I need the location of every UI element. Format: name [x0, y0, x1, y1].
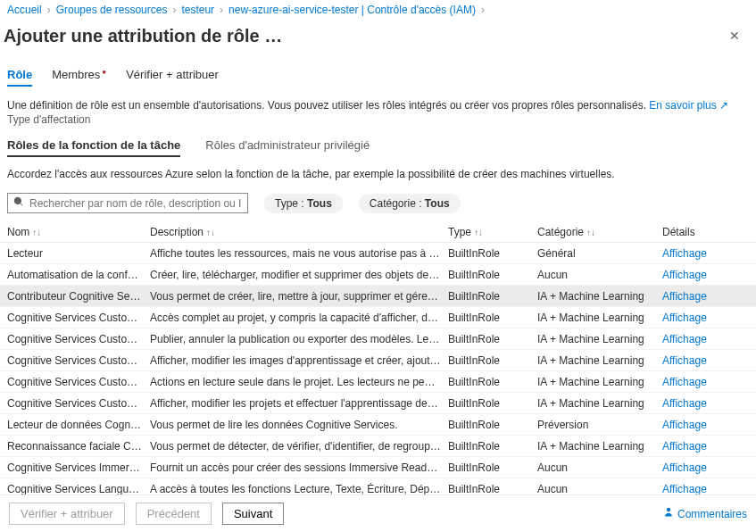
tab-members[interactable]: Membres● [52, 68, 106, 87]
sort-icon: ↑↓ [32, 228, 41, 237]
required-dot-icon: ● [102, 68, 106, 76]
view-link[interactable]: Affichage [662, 247, 707, 260]
table-row[interactable]: Automatisation de la confor…Créer, lire,… [0, 264, 756, 286]
cell-name: Contributeur Cognitive Services [7, 290, 150, 303]
cell-type: BuiltInRole [448, 247, 537, 260]
col-type[interactable]: Type↑↓ [448, 226, 537, 238]
assignment-type-label: Type d'affectation [7, 113, 749, 126]
cell-description: A accès à toutes les fonctions Lecture, … [150, 483, 448, 495]
table-row[interactable]: Contributeur Cognitive ServicesVous perm… [0, 286, 756, 307]
cell-type: BuiltInRole [448, 397, 537, 410]
cell-category: Aucun [537, 461, 662, 474]
cell-type: BuiltInRole [448, 269, 537, 281]
breadcrumb: Accueil› Groupes de ressources› testeur›… [0, 0, 756, 20]
role-definition-text: Une définition de rôle est un ensemble d… [7, 99, 749, 112]
col-details: Détails [662, 226, 743, 238]
view-link[interactable]: Affichage [662, 397, 707, 410]
filter-category-pill[interactable]: Catégorie : Tous [359, 194, 461, 213]
cell-description: Créer, lire, télécharger, modifier et su… [150, 269, 448, 281]
table-row[interactable]: Cognitive Services Custom Vi…Accès compl… [0, 307, 756, 328]
cell-category: IA + Machine Learning [537, 440, 662, 453]
filter-type-pill[interactable]: Type : Tous [264, 194, 343, 213]
cell-description: Afficher, modifier les images d'apprenti… [150, 354, 448, 367]
cell-category: IA + Machine Learning [537, 376, 662, 388]
cell-name: Lecteur [7, 247, 150, 260]
cell-category: Préversion [537, 419, 662, 431]
cell-category: IA + Machine Learning [537, 333, 662, 345]
cell-type: BuiltInRole [448, 461, 537, 474]
cell-name: Automatisation de la confor… [7, 269, 150, 281]
cell-name: Cognitive Services Custom Vi… [7, 354, 150, 367]
view-link[interactable]: Affichage [662, 376, 707, 388]
table-row[interactable]: Cognitive Services Immersive…Fournit un … [0, 457, 756, 478]
learn-more-link[interactable]: En savoir plus ↗ [649, 99, 728, 112]
chevron-right-icon: › [481, 4, 485, 16]
tab-review[interactable]: Vérifier + attribuer [126, 68, 219, 87]
wizard-tabs: Rôle Membres● Vérifier + attribuer [0, 55, 756, 92]
cell-type: BuiltInRole [448, 419, 537, 431]
cell-description: Publier, annuler la publication ou expor… [150, 333, 448, 345]
subtab-privileged-admin[interactable]: Rôles d'administrateur privilégié [205, 138, 370, 157]
cell-category: IA + Machine Learning [537, 397, 662, 410]
view-link[interactable]: Affichage [662, 290, 707, 303]
next-button[interactable]: Suivant [222, 503, 284, 525]
sort-icon: ↑↓ [586, 228, 595, 237]
view-link[interactable]: Affichage [662, 312, 707, 324]
view-link[interactable]: Affichage [662, 419, 707, 431]
view-link[interactable]: Affichage [662, 333, 707, 345]
external-link-icon: ↗ [719, 99, 728, 112]
more-icon[interactable]: … [264, 26, 282, 46]
previous-button: Précédent [136, 503, 212, 525]
table-row[interactable]: LecteurAffiche toutes les ressources, ma… [0, 243, 756, 264]
cell-category: IA + Machine Learning [537, 290, 662, 303]
cell-name: Cognitive Services Immersive… [7, 461, 150, 474]
cell-category: Général [537, 247, 662, 260]
table-row[interactable]: Reconnaissance faciale Cogn…Vous permet … [0, 436, 756, 457]
cell-type: BuiltInRole [448, 354, 537, 367]
cell-description: Vous permet de créer, lire, mettre à jou… [150, 290, 448, 303]
search-input[interactable] [29, 197, 242, 210]
cell-category: IA + Machine Learning [537, 354, 662, 367]
table-row[interactable]: Cognitive Services Custom Vi…Publier, an… [0, 328, 756, 350]
tab-role[interactable]: Rôle [7, 68, 32, 87]
table-row[interactable]: Cognitive Services Custom Vi…Afficher, m… [0, 393, 756, 414]
person-feedback-icon [663, 507, 674, 520]
view-link[interactable]: Affichage [662, 354, 707, 367]
cell-name: Cognitive Services Custom Vi… [7, 333, 150, 345]
table-row[interactable]: Cognitive Services Custom Vi…Actions en … [0, 371, 756, 393]
page-title: Ajouter une attribution de rôle … [0, 26, 282, 46]
cell-type: BuiltInRole [448, 312, 537, 324]
sort-icon: ↑↓ [474, 228, 483, 237]
cell-name: Cognitive Services Custom Vi… [7, 376, 150, 388]
cell-description: Fournit un accès pour créer des sessions… [150, 461, 448, 474]
view-link[interactable]: Affichage [662, 461, 707, 474]
crumb-rg[interactable]: Groupes de ressources [56, 4, 168, 16]
chevron-right-icon: › [220, 4, 223, 16]
cell-category: Aucun [537, 269, 662, 281]
cell-type: BuiltInRole [448, 290, 537, 303]
subtab-job-function[interactable]: Rôles de la fonction de la tâche [7, 138, 180, 157]
view-link[interactable]: Affichage [662, 483, 707, 495]
feedback-link[interactable]: Commentaires [663, 507, 747, 520]
close-icon[interactable]: ✕ [720, 23, 749, 48]
cell-category: Aucun [537, 483, 662, 495]
table-row[interactable]: Cognitive Services Custom Vi…Afficher, m… [0, 350, 756, 371]
wizard-footer: Vérifier + attribuer Précédent Suivant C… [0, 495, 756, 532]
view-link[interactable]: Affichage [662, 269, 707, 281]
search-input-wrapper[interactable] [7, 193, 248, 213]
view-link[interactable]: Affichage [662, 440, 707, 453]
roles-table: Nom↑↓ Description↑↓ Type↑↓ Catégorie↑↓ D… [0, 222, 756, 500]
col-category[interactable]: Catégorie↑↓ [537, 226, 662, 238]
table-row[interactable]: Lecteur de données Cognitive…Vous permet… [0, 414, 756, 436]
cell-type: BuiltInRole [448, 440, 537, 453]
crumb-testeur[interactable]: testeur [181, 4, 214, 16]
sort-icon: ↑↓ [206, 228, 215, 237]
crumb-iam[interactable]: new-azure-ai-service-tester | Contrôle d… [228, 4, 476, 16]
crumb-home[interactable]: Accueil [7, 4, 42, 16]
cell-type: BuiltInRole [448, 333, 537, 345]
cell-type: BuiltInRole [448, 483, 537, 495]
col-description[interactable]: Description↑↓ [150, 226, 448, 238]
col-name[interactable]: Nom↑↓ [7, 226, 150, 238]
review-assign-button: Vérifier + attribuer [9, 503, 125, 525]
cell-name: Cognitive Services Language … [7, 483, 150, 495]
